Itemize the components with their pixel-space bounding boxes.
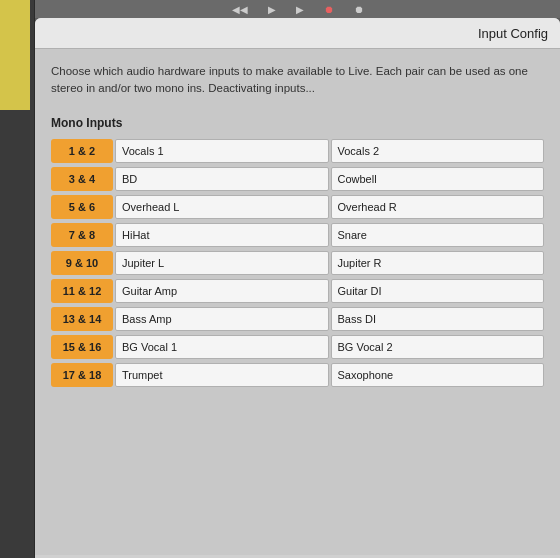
input-right-8: Saxophone	[331, 363, 545, 387]
input-right-0: Vocals 2	[331, 139, 545, 163]
table-row: 9 & 10Jupiter LJupiter R	[51, 250, 544, 276]
table-row: 3 & 4BDCowbell	[51, 166, 544, 192]
input-right-5: Guitar DI	[331, 279, 545, 303]
modal-title-bar: Input Config	[35, 18, 560, 49]
input-left-7: BG Vocal 1	[115, 335, 329, 359]
input-left-1: BD	[115, 167, 329, 191]
channel-btn-8[interactable]: 17 & 18	[51, 363, 113, 387]
description-text: Choose which audio hardware inputs to ma…	[51, 63, 544, 98]
modal-body: Choose which audio hardware inputs to ma…	[35, 49, 560, 555]
input-right-3: Snare	[331, 223, 545, 247]
table-row: 7 & 8HiHatSnare	[51, 222, 544, 248]
inputs-table: 1 & 2Vocals 1Vocals 23 & 4BDCowbell5 & 6…	[51, 138, 544, 388]
input-left-5: Guitar Amp	[115, 279, 329, 303]
input-right-1: Cowbell	[331, 167, 545, 191]
top-bar: ◀◀ ▶ ▶ ⏺ ⏺	[35, 0, 560, 18]
input-left-3: HiHat	[115, 223, 329, 247]
input-left-4: Jupiter L	[115, 251, 329, 275]
sidebar-yellow-block	[0, 0, 30, 110]
transport-record[interactable]: ⏺	[324, 4, 334, 15]
transport-rewind[interactable]: ◀◀	[232, 4, 248, 15]
table-row: 13 & 14Bass AmpBass DI	[51, 306, 544, 332]
channel-btn-4[interactable]: 9 & 10	[51, 251, 113, 275]
input-right-2: Overhead R	[331, 195, 545, 219]
table-row: 11 & 12Guitar AmpGuitar DI	[51, 278, 544, 304]
table-row: 17 & 18TrumpetSaxophone	[51, 362, 544, 388]
transport-stop[interactable]: ⏺	[354, 4, 364, 15]
transport-play[interactable]: ▶	[268, 4, 276, 15]
input-right-7: BG Vocal 2	[331, 335, 545, 359]
input-right-6: Bass DI	[331, 307, 545, 331]
channel-btn-7[interactable]: 15 & 16	[51, 335, 113, 359]
transport-play2[interactable]: ▶	[296, 4, 304, 15]
input-left-2: Overhead L	[115, 195, 329, 219]
channel-btn-2[interactable]: 5 & 6	[51, 195, 113, 219]
channel-btn-5[interactable]: 11 & 12	[51, 279, 113, 303]
section-label: Mono Inputs	[51, 116, 544, 130]
input-left-0: Vocals 1	[115, 139, 329, 163]
outer-container: ◀◀ ▶ ▶ ⏺ ⏺ Input Config Choose which aud…	[0, 0, 560, 558]
modal-panel: Input Config Choose which audio hardware…	[35, 18, 560, 558]
table-row: 1 & 2Vocals 1Vocals 2	[51, 138, 544, 164]
left-sidebar	[0, 0, 35, 558]
table-row: 5 & 6Overhead LOverhead R	[51, 194, 544, 220]
input-left-8: Trumpet	[115, 363, 329, 387]
table-row: 15 & 16BG Vocal 1BG Vocal 2	[51, 334, 544, 360]
channel-btn-1[interactable]: 3 & 4	[51, 167, 113, 191]
channel-btn-3[interactable]: 7 & 8	[51, 223, 113, 247]
modal-title: Input Config	[478, 26, 548, 41]
channel-btn-0[interactable]: 1 & 2	[51, 139, 113, 163]
input-right-4: Jupiter R	[331, 251, 545, 275]
channel-btn-6[interactable]: 13 & 14	[51, 307, 113, 331]
input-left-6: Bass Amp	[115, 307, 329, 331]
